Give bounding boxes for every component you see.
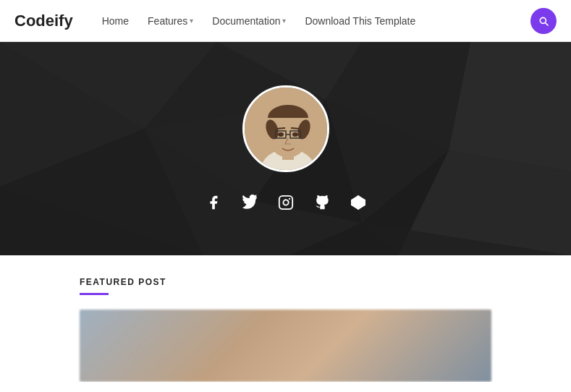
featured-post-image[interactable] — [80, 310, 491, 382]
nav-download[interactable]: Download This Template — [297, 11, 423, 31]
codepen-icon[interactable] — [348, 192, 368, 213]
instagram-icon[interactable] — [276, 192, 296, 213]
nav-documentation[interactable]: Documentation ▾ — [205, 11, 293, 31]
nav-links: Home Features ▾ Documentation ▾ Download… — [95, 11, 530, 31]
avatar — [242, 85, 329, 172]
twitter-icon[interactable] — [240, 192, 260, 213]
search-icon — [538, 15, 549, 27]
navbar: Codeify Home Features ▾ Documentation ▾ … — [0, 0, 571, 42]
featured-section: FEATURED POST — [0, 255, 571, 382]
svg-marker-6 — [449, 42, 571, 172]
facebook-icon[interactable] — [203, 192, 224, 213]
social-icons — [203, 192, 368, 213]
avatar-image — [245, 88, 329, 172]
search-button[interactable] — [530, 8, 557, 34]
featured-underline — [80, 293, 109, 295]
hero-content — [203, 85, 368, 213]
documentation-chevron-icon: ▾ — [282, 17, 286, 25]
featured-label: FEATURED POST — [80, 277, 491, 287]
hero-section — [0, 42, 571, 255]
github-icon[interactable] — [312, 192, 332, 213]
site-logo[interactable]: Codeify — [14, 12, 73, 30]
nav-home[interactable]: Home — [95, 11, 136, 31]
nav-features[interactable]: Features ▾ — [140, 11, 200, 31]
features-chevron-icon: ▾ — [190, 17, 193, 25]
svg-rect-15 — [279, 195, 292, 208]
